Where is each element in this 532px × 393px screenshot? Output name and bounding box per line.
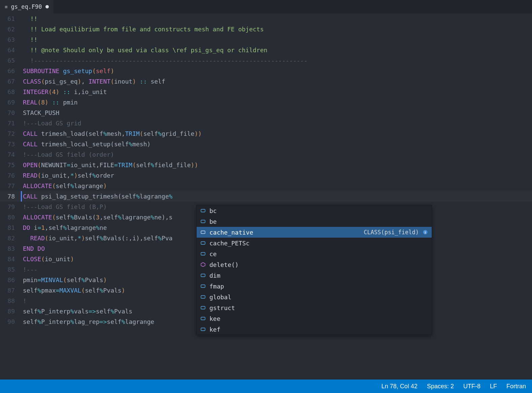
line-number: 69 [0,97,23,108]
line-number: 65 [0,55,23,66]
code-line[interactable]: 69REAL(8) :: pmin [0,97,532,108]
code-line[interactable]: 72CALL trimesh_load(self%mesh,TRIM(self%… [0,128,532,139]
line-number: 81 [0,222,23,233]
editor-tab[interactable]: ≡ gs_eq.F90 [0,0,54,13]
method-icon [200,262,206,268]
code-content: REAL(8) :: pmin [23,97,532,108]
code-content: !! [23,13,532,24]
code-line[interactable]: 68INTEGER(4) :: i,io_unit [0,87,532,97]
code-content: OPEN(NEWUNIT=io_unit,FILE=TRIM(self%fiel… [23,160,532,170]
autocomplete-item[interactable]: delete() [197,259,432,270]
line-number: 79 [0,202,23,212]
line-number: 71 [0,118,23,128]
variable-icon [200,218,206,224]
autocomplete-label: delete() [209,261,428,268]
code-editor[interactable]: 61 !!62 !! Load equilibrium from file an… [0,13,532,380]
autocomplete-label: be [209,218,428,225]
code-line[interactable]: 67CLASS(psi_gs_eq), INTENT(inout) :: sel… [0,76,532,87]
variable-icon [200,305,206,311]
svg-rect-9 [201,296,205,298]
autocomplete-label: fmap [209,283,428,290]
line-number: 80 [0,212,23,222]
code-content: !! Load equilibrium from file and constr… [23,24,532,34]
line-number: 74 [0,149,23,160]
code-line[interactable]: 63 !! [0,34,532,45]
autocomplete-item[interactable]: fmap [197,281,432,292]
status-encoding[interactable]: UTF-8 [463,383,480,390]
autocomplete-label: kee [209,315,428,322]
autocomplete-popup[interactable]: bcbecache_nativeCLASS(psi_field)icache_P… [196,205,432,335]
svg-rect-5 [201,242,205,244]
autocomplete-item[interactable]: be [197,216,432,227]
code-content: SUBROUTINE gs_setup(self) [23,66,532,76]
autocomplete-item[interactable]: cache_PETSc [197,238,432,248]
line-number: 63 [0,34,23,45]
code-line[interactable]: 64 !! @note Should only be used via clas… [0,45,532,55]
line-number: 77 [0,181,23,191]
code-line[interactable]: 78CALL psi_lag_setup_trimesh(self%lagran… [0,191,532,202]
line-number: 75 [0,160,23,170]
autocomplete-item[interactable]: ce [197,248,432,259]
autocomplete-item[interactable]: dim [197,270,432,281]
status-indent[interactable]: Spaces: 2 [427,383,454,390]
info-icon[interactable]: i [422,229,428,235]
code-content: CALL psi_lag_setup_trimesh(self%lagrange… [23,191,532,202]
code-line[interactable]: 74!---Load GS field (order) [0,149,532,160]
svg-rect-2 [201,231,205,234]
code-line[interactable]: 66SUBROUTINE gs_setup(self) [0,66,532,76]
autocomplete-label: cache_PETSc [209,240,428,247]
variable-icon [200,208,206,214]
line-number: 67 [0,76,23,87]
variable-icon [200,283,206,289]
status-language[interactable]: Fortran [506,383,526,390]
line-number: 62 [0,24,23,34]
code-content: READ(io_unit,*)self%order [23,170,532,181]
code-line[interactable]: 62 !! Load equilibrium from file and con… [0,24,532,34]
autocomplete-item[interactable]: bc [197,205,432,216]
line-number: 78 [0,191,23,202]
code-line[interactable]: 61 !! [0,13,532,24]
line-number: 70 [0,108,23,118]
autocomplete-detail: CLASS(psi_field) [364,229,419,236]
autocomplete-label: gstruct [209,304,428,311]
line-number: 66 [0,66,23,76]
code-content: !! [23,34,532,45]
status-bar: Ln 78, Col 42 Spaces: 2 UTF-8 LF Fortran [0,380,532,393]
svg-text:i: i [425,231,426,234]
line-number: 72 [0,128,23,139]
variable-icon [200,272,206,278]
svg-rect-11 [201,317,205,320]
autocomplete-item[interactable]: gstruct [197,302,432,313]
autocomplete-label: cache_native [209,229,360,236]
autocomplete-item[interactable]: kee [197,313,432,324]
autocomplete-item[interactable]: kef [197,324,432,335]
autocomplete-item[interactable]: cache_nativeCLASS(psi_field)i [197,227,432,238]
code-line[interactable]: 76READ(io_unit,*)self%order [0,170,532,181]
code-line[interactable]: 75OPEN(NEWUNIT=io_unit,FILE=TRIM(self%fi… [0,160,532,170]
status-eol[interactable]: LF [490,383,497,390]
line-number: 83 [0,243,23,254]
status-cursor[interactable]: Ln 78, Col 42 [381,383,418,390]
line-number: 89 [0,306,23,316]
line-number: 87 [0,285,23,296]
line-number: 73 [0,139,23,149]
code-content: !---------------------------------------… [23,55,532,66]
code-line[interactable]: 70STACK_PUSH [0,108,532,118]
list-icon: ≡ [5,4,7,9]
code-content: !! @note Should only be used via class \… [23,45,532,55]
code-line[interactable]: 71!---Load GS grid [0,118,532,128]
code-line[interactable]: 73CALL trimesh_local_setup(self%mesh) [0,139,532,149]
autocomplete-label: ce [209,250,428,258]
autocomplete-item[interactable]: global [197,292,432,302]
code-line[interactable]: 65 !------------------------------------… [0,55,532,66]
line-number: 90 [0,316,23,327]
svg-rect-0 [201,209,205,212]
variable-icon [200,240,206,246]
line-number: 85 [0,264,23,275]
autocomplete-label: global [209,294,428,301]
code-line[interactable]: 77ALLOCATE(self%lagrange) [0,181,532,191]
variable-icon [200,229,206,235]
code-content: !---Load GS grid [23,118,532,128]
svg-rect-7 [201,274,205,277]
code-content: CLASS(psi_gs_eq), INTENT(inout) :: self [23,76,532,87]
